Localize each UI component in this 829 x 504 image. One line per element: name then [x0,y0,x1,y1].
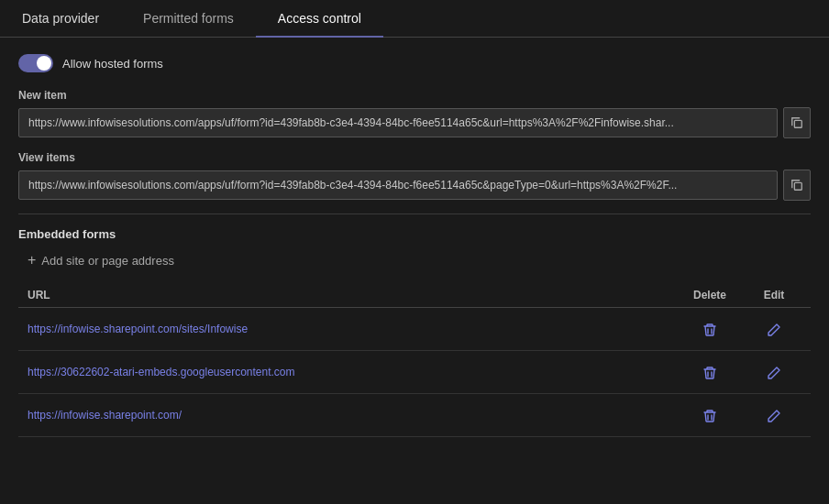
view-items-copy-button[interactable] [783,170,811,201]
row-url-2[interactable]: https://infowise.sharepoint.com/ [28,409,673,422]
view-items-label: View items [18,151,811,164]
add-icon: + [28,252,36,268]
delete-button-0[interactable] [699,317,721,341]
table-row: https://infowise.sharepoint.com/sites/In… [18,308,811,351]
row-url-0[interactable]: https://infowise.sharepoint.com/sites/In… [28,323,673,335]
tab-data-provider[interactable]: Data provider [0,0,121,37]
allow-hosted-forms-toggle[interactable] [18,54,53,72]
tab-permitted-forms[interactable]: Permitted forms [121,0,256,37]
section-divider [18,214,811,214]
tab-access-control[interactable]: Access control [256,0,383,37]
add-address-label: Add site or page address [41,254,174,268]
row-delete-2 [673,403,746,427]
view-items-row: https://www.infowisesolutions.com/apps/u… [18,170,811,201]
table-row: https://infowise.sharepoint.com/ [18,394,811,437]
embedded-forms-label: Embedded forms [18,227,811,241]
svg-rect-0 [794,120,801,127]
table-row: https://30622602-atari-embeds.googleuser… [18,351,811,394]
edit-button-0[interactable] [763,317,785,341]
row-delete-1 [673,360,746,384]
add-address-row[interactable]: + Add site or page address [28,252,811,268]
allow-hosted-forms-row: Allow hosted forms [18,54,811,72]
new-item-label: New item [18,89,811,102]
allow-hosted-forms-label: Allow hosted forms [62,57,163,71]
table-header-row: URL Delete Edit [18,283,811,308]
delete-button-1[interactable] [699,360,721,384]
new-item-row: https://www.infowisesolutions.com/apps/u… [18,107,811,138]
row-delete-0 [673,317,746,341]
main-content: Allow hosted forms New item https://www.… [0,38,829,454]
header-delete: Delete [673,289,746,301]
row-url-1[interactable]: https://30622602-atari-embeds.googleuser… [28,366,673,378]
embedded-forms-table: URL Delete Edit https://infowise.sharepo… [18,283,811,437]
new-item-url: https://www.infowisesolutions.com/apps/u… [18,108,778,137]
delete-button-2[interactable] [699,403,721,427]
edit-button-2[interactable] [763,403,785,427]
row-edit-1 [746,360,801,384]
edit-button-1[interactable] [763,360,785,384]
svg-rect-1 [794,182,801,190]
tabs-bar: Data provider Permitted forms Access con… [0,0,829,38]
view-items-url: https://www.infowisesolutions.com/apps/u… [18,170,778,200]
new-item-copy-button[interactable] [783,107,811,138]
header-edit: Edit [746,289,801,301]
row-edit-0 [746,317,801,341]
row-edit-2 [746,403,801,427]
header-url: URL [28,289,673,301]
